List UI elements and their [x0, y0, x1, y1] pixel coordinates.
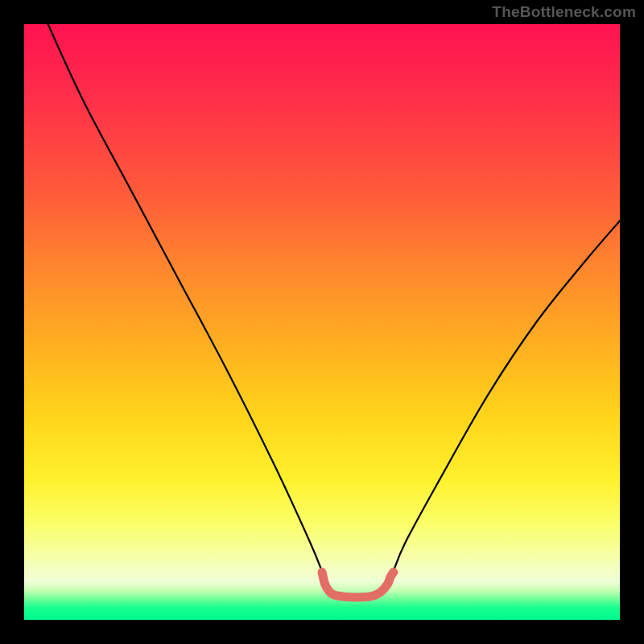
- main-curve-path: [48, 24, 620, 598]
- plot-area: [24, 24, 620, 620]
- basin-marker-path: [322, 572, 394, 597]
- chart-frame: TheBottleneck.com: [0, 0, 644, 644]
- chart-svg: [24, 24, 620, 620]
- watermark-text: TheBottleneck.com: [492, 3, 636, 21]
